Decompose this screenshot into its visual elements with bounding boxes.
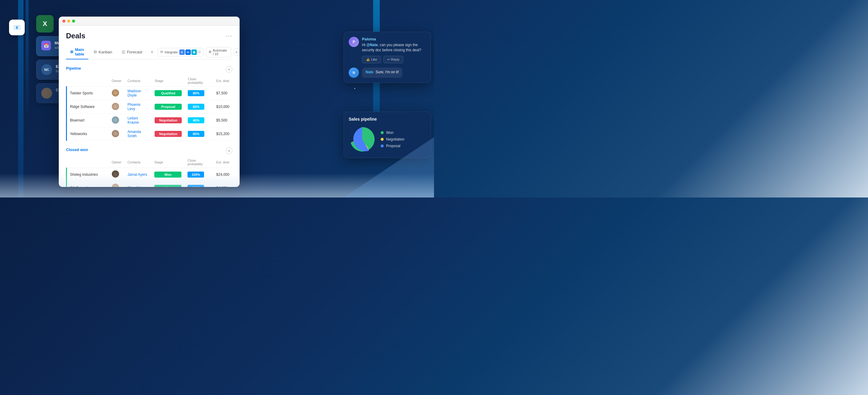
stage-badge: Qualified	[155, 90, 182, 96]
pipeline-row[interactable]: Yelloworks Amanda Smith Negotiation 80% …	[67, 127, 233, 141]
close-dot[interactable]	[62, 20, 65, 23]
call-avatar	[41, 88, 52, 99]
owner-cell	[109, 127, 124, 141]
cw-contact-link[interactable]: Jamal Ayers	[127, 173, 147, 177]
th-cw-close-prob: Close probability	[184, 157, 213, 168]
collapse-button[interactable]: ∧	[234, 49, 240, 56]
cw-owner-avatar	[112, 184, 119, 187]
probability-badge: 80%	[188, 90, 204, 96]
th-cw-owner: Owner	[109, 157, 124, 168]
pipeline-row[interactable]: Bluemart Leilani Krause Negotiation 40% …	[67, 114, 233, 127]
contact-link[interactable]: Leilani Krause	[127, 116, 139, 124]
cw-contact-link[interactable]: Elian Warren	[127, 186, 148, 187]
deco-triangle	[344, 137, 434, 198]
reply-button[interactable]: ↩ Reply	[383, 56, 403, 63]
integrate-button[interactable]: ⟳ Integrate G m ◉ +2	[158, 48, 204, 56]
tab-forecast[interactable]: ◫ Forecast	[118, 47, 147, 57]
probability-cell: 80%	[185, 87, 213, 100]
cw-stage-badge: Won	[154, 172, 181, 178]
cw-deal-name: Sheleg Industries	[67, 168, 109, 181]
integrate-icon: ⟳	[160, 50, 163, 54]
star-decoration: ✦	[354, 87, 355, 90]
th-contacts: Contacts	[124, 75, 152, 87]
cw-owner-cell	[109, 181, 124, 187]
pipeline-row[interactable]: Ridge Software Phoenix Levy Proposal 60%…	[67, 100, 233, 114]
th-deal-name	[67, 75, 109, 87]
window-title: Deals	[66, 32, 85, 40]
won-dot	[381, 131, 384, 134]
cw-probability-badge: 100%	[187, 185, 204, 187]
pipeline-section-title: Pipeline	[66, 65, 81, 73]
add-tab-button[interactable]: +	[148, 47, 156, 57]
owner-cell	[109, 87, 124, 100]
stage-cell: Negotiation	[152, 114, 185, 127]
pipeline-table: Owner Contacts Stage Close probability E…	[66, 75, 232, 141]
stage-badge: Proposal	[155, 104, 182, 110]
tab-main-table[interactable]: ⊞ Main table	[66, 45, 88, 59]
cw-probability-cell: 100%	[184, 168, 213, 181]
owner-avatar	[112, 103, 119, 110]
bg-stripe-left2	[26, 0, 29, 119]
kanban-icon: ⊟	[94, 50, 97, 54]
cw-owner-avatar	[112, 170, 119, 178]
closed-won-row[interactable]: Zift Records Elian Warren Won 100% $4,00…	[67, 181, 233, 187]
tab-actions: ⟳ Integrate G m ◉ +2 ⚙ Automate / 10 ∧	[158, 47, 239, 57]
stage-cell: Negotiation	[152, 127, 185, 141]
chat-action-buttons: 👍 Like ↩ Reply	[362, 56, 426, 63]
owner-cell	[109, 100, 124, 114]
closed-won-add-button[interactable]: +	[226, 147, 232, 154]
maximize-dot[interactable]	[72, 20, 75, 23]
contact-cell: Amanda Smith	[124, 127, 152, 141]
automate-icon: ⚙	[209, 50, 212, 54]
pipeline-row[interactable]: Twister Sports Madison Doyle Qualified 8…	[67, 87, 233, 100]
like-button[interactable]: 👍 Like	[362, 56, 381, 63]
tab-kanban[interactable]: ⊟ Kanban	[90, 47, 116, 57]
deal-name: Bluemart	[67, 114, 109, 127]
won-label: Won	[386, 130, 393, 135]
main-table-icon: ⊞	[70, 50, 73, 54]
cw-probability-cell: 100%	[184, 181, 213, 187]
meeting-icon: 📅	[41, 41, 51, 50]
nate-reply: N Nate Sure, I'm on it!	[349, 67, 426, 78]
contact-cell: Leilani Krause	[124, 114, 152, 127]
probability-badge: 60%	[188, 104, 204, 110]
deal-name: Twister Sports	[67, 87, 109, 100]
closed-won-table-header: Owner Contacts Stage Close probability E…	[67, 157, 233, 168]
stage-badge: Negotiation	[155, 117, 182, 123]
contact-link[interactable]: Phoenix Levy	[127, 102, 141, 111]
est-deal-cell: $10,000	[213, 100, 232, 114]
legend-won: Won	[381, 130, 404, 135]
cw-est-deal-cell: $24,000	[213, 168, 232, 181]
est-deal-cell: $15,200	[213, 127, 232, 141]
cw-est-deal-cell: $4,000	[213, 181, 232, 187]
automate-button[interactable]: ⚙ Automate / 10	[206, 47, 231, 57]
th-cw-contacts: Contacts	[124, 157, 151, 168]
contact-link[interactable]: Madison Doyle	[127, 89, 141, 97]
window-titlebar	[59, 17, 240, 26]
nate-text: Sure, I'm on it!	[375, 70, 399, 74]
stage-cell: Qualified	[152, 87, 185, 100]
th-owner: Owner	[109, 75, 124, 87]
closed-won-row[interactable]: Sheleg Industries Jamal Ayers Won 100% $…	[67, 168, 233, 181]
pipeline-table-header: Owner Contacts Stage Close probability E…	[67, 75, 233, 87]
th-stage: Stage	[152, 75, 185, 87]
pipeline-add-button[interactable]: +	[226, 66, 232, 73]
excel-icon: X	[36, 15, 54, 33]
integration-icons: G m ◉ +2	[179, 50, 201, 55]
paloma-bubble: Paloma Hi @Nate, can you please sign the…	[362, 37, 426, 63]
cw-deal-name: Zift Records	[67, 181, 109, 187]
stage-cell: Proposal	[152, 100, 185, 114]
paloma-avatar: P	[349, 37, 359, 47]
tabs-row: ⊞ Main table ⊟ Kanban ◫ Forecast + ⟳ Int…	[66, 45, 232, 59]
probability-cell: 40%	[185, 114, 213, 127]
contact-link[interactable]: Amanda Smith	[127, 130, 141, 138]
cw-contact-cell: Elian Warren	[124, 181, 151, 187]
more-options-button[interactable]: ···	[226, 33, 232, 39]
est-deal-cell: $7,500	[213, 87, 232, 100]
minimize-dot[interactable]	[67, 20, 70, 23]
deal-name: Ridge Software	[67, 100, 109, 114]
cw-stage-cell: Won	[151, 168, 184, 181]
mention-nate: @Nate	[367, 43, 378, 47]
contact-cell: Phoenix Levy	[124, 100, 152, 114]
nate-bubble: Nate Sure, I'm on it!	[362, 67, 402, 78]
